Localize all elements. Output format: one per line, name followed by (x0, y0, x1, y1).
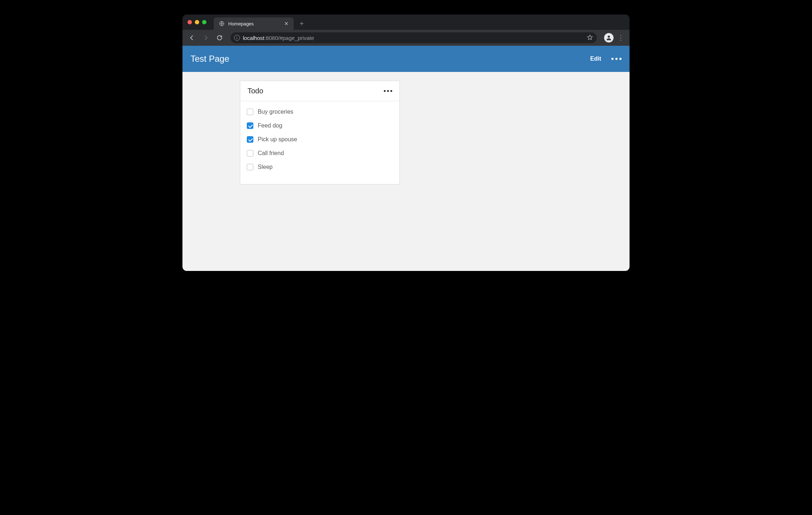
tab-strip: Homepages ✕ ＋ (182, 15, 630, 30)
todo-item: Sleep (247, 160, 393, 174)
forward-button[interactable] (200, 32, 212, 44)
window-controls (188, 20, 206, 24)
close-window-button[interactable] (188, 20, 192, 24)
tab-title: Homepages (228, 21, 280, 27)
todo-label: Call friend (258, 150, 284, 157)
reload-button[interactable] (214, 32, 225, 44)
todo-label: Feed dog (258, 122, 282, 129)
edit-button[interactable]: Edit (590, 56, 601, 62)
todo-item: Buy groceries (247, 105, 393, 119)
todo-checkbox[interactable] (247, 122, 253, 129)
address-bar[interactable]: i localhost:8080/#page_private (230, 32, 597, 43)
todo-checkbox[interactable] (247, 109, 253, 115)
browser-window: Homepages ✕ ＋ i localhost:8080/#page_pri… (182, 15, 630, 271)
url-path: /#page_private (278, 35, 314, 41)
todo-list: Buy groceriesFeed dogPick up spouseCall … (240, 101, 399, 184)
page-content: Todo Buy groceriesFeed dogPick up spouse… (182, 72, 630, 199)
todo-label: Pick up spouse (258, 136, 297, 143)
url-port: :8080 (264, 35, 278, 41)
todo-item: Pick up spouse (247, 133, 393, 146)
card-title: Todo (248, 87, 384, 95)
todo-card: Todo Buy groceriesFeed dogPick up spouse… (240, 81, 400, 184)
page-title: Test Page (190, 54, 590, 64)
maximize-window-button[interactable] (202, 20, 206, 24)
todo-checkbox[interactable] (247, 150, 253, 157)
browser-toolbar: i localhost:8080/#page_private ⋮ (182, 30, 630, 46)
app-overflow-menu[interactable] (611, 58, 622, 60)
todo-checkbox[interactable] (247, 136, 253, 143)
profile-avatar[interactable] (604, 33, 614, 42)
todo-item: Feed dog (247, 119, 393, 133)
bookmark-star-icon[interactable] (587, 34, 593, 42)
globe-icon (219, 21, 225, 27)
site-info-icon[interactable]: i (234, 35, 240, 41)
url-host: localhost (243, 35, 264, 41)
app-header: Test Page Edit (182, 46, 630, 72)
svg-point-1 (608, 36, 610, 38)
back-button[interactable] (186, 32, 198, 44)
todo-checkbox[interactable] (247, 164, 253, 170)
browser-tab[interactable]: Homepages ✕ (214, 17, 294, 30)
close-tab-button[interactable]: ✕ (284, 21, 289, 27)
todo-item: Call friend (247, 146, 393, 160)
todo-label: Sleep (258, 164, 273, 170)
browser-menu-button[interactable]: ⋮ (616, 34, 626, 42)
card-overflow-menu[interactable] (384, 90, 392, 92)
todo-label: Buy groceries (258, 109, 293, 115)
url-text: localhost:8080/#page_private (243, 35, 584, 41)
card-header: Todo (240, 81, 399, 101)
minimize-window-button[interactable] (195, 20, 199, 24)
new-tab-button[interactable]: ＋ (297, 18, 307, 28)
page-viewport: Test Page Edit Todo Buy groceriesFeed do… (182, 46, 630, 271)
